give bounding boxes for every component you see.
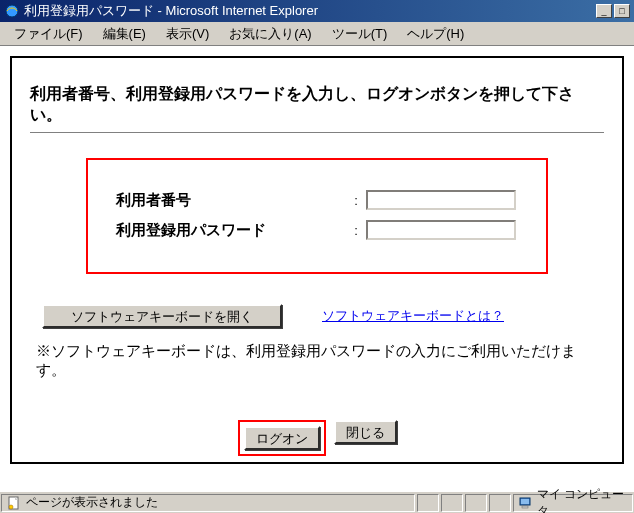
ie-icon — [4, 3, 20, 19]
menu-help[interactable]: ヘルプ(H) — [399, 23, 472, 45]
content-area: 利用者番号、利用登録用パスワードを入力し、ログオンボタンを押して下さい。 利用者… — [0, 46, 634, 480]
logon-highlight: ログオン — [238, 420, 326, 456]
title-bar: 利用登録用パスワード - Microsoft Internet Explorer… — [0, 0, 634, 22]
status-bar: ページが表示されました マイ コンピュータ — [0, 491, 634, 513]
divider — [30, 132, 604, 134]
open-software-keyboard-button[interactable]: ソフトウェアキーボードを開く — [42, 304, 282, 328]
minimize-button[interactable]: _ — [596, 4, 612, 18]
menu-edit[interactable]: 編集(E) — [95, 23, 154, 45]
window-title: 利用登録用パスワード - Microsoft Internet Explorer — [24, 2, 596, 20]
menu-file[interactable]: ファイル(F) — [6, 23, 91, 45]
menu-favorites[interactable]: お気に入り(A) — [221, 23, 319, 45]
close-button[interactable]: 閉じる — [334, 420, 397, 444]
user-number-label: 利用者番号 — [116, 191, 346, 210]
svg-rect-5 — [522, 506, 528, 508]
status-pane-5 — [489, 494, 511, 512]
software-keyboard-note: ※ソフトウェアキーボードは、利用登録用パスワードの入力にご利用いただけます。 — [36, 342, 604, 380]
computer-icon — [518, 495, 533, 511]
page-heading: 利用者番号、利用登録用パスワードを入力し、ログオンボタンを押して下さい。 — [30, 84, 604, 126]
status-pane-2 — [417, 494, 439, 512]
logon-button[interactable]: ログオン — [244, 426, 320, 450]
user-number-input[interactable] — [366, 190, 516, 210]
status-pane-3 — [441, 494, 463, 512]
menu-bar: ファイル(F) 編集(E) 表示(V) お気に入り(A) ツール(T) ヘルプ(… — [0, 22, 634, 46]
svg-point-2 — [9, 505, 13, 509]
colon: : — [346, 193, 366, 208]
password-row: 利用登録用パスワード : — [116, 220, 518, 240]
svg-point-0 — [6, 5, 18, 17]
menu-view[interactable]: 表示(V) — [158, 23, 217, 45]
document-icon — [6, 495, 22, 511]
window-controls: _ □ — [596, 4, 630, 18]
zone-label: マイ コンピュータ — [537, 486, 628, 514]
status-message: ページが表示されました — [26, 494, 158, 511]
maximize-button[interactable]: □ — [614, 4, 630, 18]
status-message-pane: ページが表示されました — [1, 494, 415, 512]
user-number-row: 利用者番号 : — [116, 190, 518, 210]
password-input[interactable] — [366, 220, 516, 240]
software-keyboard-row: ソフトウェアキーボードを開く ソフトウェアキーボードとは？ — [42, 304, 604, 328]
menu-tools[interactable]: ツール(T) — [324, 23, 396, 45]
software-keyboard-help-link[interactable]: ソフトウェアキーボードとは？ — [322, 307, 504, 325]
colon: : — [346, 223, 366, 238]
status-pane-4 — [465, 494, 487, 512]
zone-pane: マイ コンピュータ — [513, 494, 633, 512]
action-buttons: ログオン 閉じる — [30, 420, 604, 456]
page-frame: 利用者番号、利用登録用パスワードを入力し、ログオンボタンを押して下さい。 利用者… — [10, 56, 624, 464]
login-form: 利用者番号 : 利用登録用パスワード : — [86, 158, 548, 274]
svg-rect-4 — [521, 499, 529, 504]
password-label: 利用登録用パスワード — [116, 221, 346, 240]
